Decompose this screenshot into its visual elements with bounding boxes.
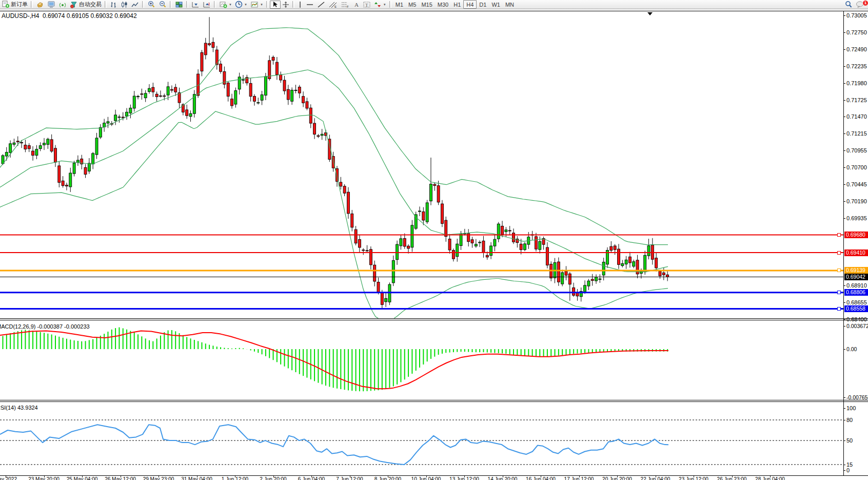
toolbar-separator [186, 1, 188, 8]
rsi-pane[interactable] [0, 402, 843, 475]
autotrading-icon [70, 1, 78, 8]
notification-badge: 1 [862, 0, 868, 6]
dropdown-caret-icon: ▼ [260, 3, 263, 6]
periods-button[interactable]: ▼ [233, 1, 249, 9]
zoom-out-icon [159, 1, 167, 8]
autotrading-button[interactable]: 自动交易 [68, 1, 103, 9]
time-axis-label: 16 Jun 04:00 [518, 476, 564, 480]
level-price-label[interactable]: 0.69410 [844, 249, 868, 256]
market-watch-button[interactable] [34, 1, 46, 9]
templates-button[interactable]: ▼ [249, 1, 265, 9]
new-order-icon [2, 1, 10, 8]
timeframe-h1-button[interactable]: H1 [451, 1, 463, 8]
main-toolbar: 新订单 自动交易 ▼ ▼ ▼ E F A T ▼ M1 M5 M15 M30 H… [0, 0, 868, 9]
fibonacci-icon: F [341, 1, 350, 8]
timeframe-h4-button[interactable]: H4 [463, 0, 477, 9]
time-axis-label: 13 Jun 12:00 [441, 476, 487, 480]
toolbar-separator [142, 1, 144, 8]
price-tick-label: 0.71980 [846, 81, 867, 86]
dropdown-caret-icon: ▼ [383, 3, 386, 6]
rsi-tick-label: 50 [846, 438, 853, 444]
chart-shift-button[interactable] [201, 1, 212, 9]
timeframe-m30-button[interactable]: M30 [435, 1, 451, 8]
price-tick-label: 0.68910 [846, 283, 867, 289]
time-axis-label: 31 May 04:00 [174, 476, 220, 480]
timeframe-w1-button[interactable]: W1 [489, 1, 503, 8]
timeframe-m5-button[interactable]: M5 [406, 1, 419, 8]
timeframe-d1-button[interactable]: D1 [477, 1, 489, 8]
text-label-icon: T [363, 1, 371, 8]
level-price-label[interactable]: 0.69139 [844, 267, 868, 274]
candlestick-chart-button[interactable] [119, 1, 130, 9]
price-tick-label: 0.70190 [846, 199, 867, 204]
vertical-line-button[interactable] [296, 1, 304, 9]
price-tick-label: 0.71215 [846, 131, 867, 137]
line-chart-button[interactable] [130, 1, 141, 9]
crosshair-button[interactable] [281, 1, 291, 9]
macd-rsi-separator[interactable] [0, 400, 868, 400]
price-level-lines[interactable] [0, 235, 843, 309]
macd-pane[interactable] [0, 320, 843, 400]
notifications-button[interactable]: 1 [854, 1, 866, 9]
new-order-button[interactable]: 新订单 [0, 1, 29, 9]
signals-button[interactable] [57, 1, 68, 9]
text-icon: A [353, 1, 360, 8]
price-tick-label: 0.71725 [846, 98, 867, 103]
time-axis-label: 1 Jun 12:00 [212, 476, 258, 480]
new-order-label: 新订单 [11, 1, 28, 8]
level-price-label[interactable]: 0.68806 [844, 289, 868, 296]
price-tick-label: 0.73005 [846, 13, 867, 18]
bar-chart-icon [110, 1, 117, 8]
time-axis-label: 14 Jun 20:00 [480, 476, 526, 480]
price-tick-label: 0.72235 [846, 64, 867, 69]
main-macd-separator[interactable] [0, 318, 868, 319]
bar-chart-button[interactable] [108, 1, 119, 9]
zoom-in-button[interactable] [146, 1, 157, 9]
auto-scroll-button[interactable] [190, 1, 201, 9]
level-price-label[interactable]: 0.68558 [844, 305, 868, 312]
fibonacci-button[interactable]: F [339, 1, 351, 9]
trendline-button[interactable] [315, 1, 327, 9]
time-axis-border [0, 475, 868, 476]
time-axis-label: 23 May 20:00 [21, 476, 67, 480]
svg-text:A: A [354, 2, 359, 8]
timeframe-m15-button[interactable]: M15 [419, 1, 435, 8]
level-price-label[interactable]: 0.69680 [844, 232, 868, 238]
price-tick-label: 0.70955 [846, 148, 867, 153]
bollinger-lower [0, 111, 668, 318]
price-tick-label: 0.72750 [846, 30, 867, 35]
dropdown-caret-icon: ▼ [244, 3, 247, 6]
trendline-icon [317, 1, 325, 8]
main-chart-pane[interactable] [0, 11, 843, 318]
tile-windows-button[interactable] [173, 1, 185, 9]
timeframe-mn-button[interactable]: MN [503, 1, 517, 8]
bid-price-label[interactable]: 0.69042 [844, 274, 868, 280]
toolbar-separator [105, 1, 107, 8]
tile-windows-icon [175, 1, 183, 8]
arrows-button[interactable]: ▼ [372, 1, 388, 9]
text-button[interactable]: A [351, 1, 361, 9]
timeframe-m1-button[interactable]: M1 [393, 1, 406, 8]
candles [2, 17, 669, 309]
rsi-tick-label: 15 [846, 462, 853, 468]
zoom-out-button[interactable] [157, 1, 168, 9]
text-label-button[interactable]: T [361, 1, 372, 9]
vertical-line-icon [298, 1, 303, 8]
svg-text:T: T [365, 3, 368, 8]
macd-tick-label: 0.003672 [846, 323, 868, 329]
search-button[interactable] [843, 1, 854, 9]
bollinger-bands [0, 28, 668, 318]
channel-button[interactable]: E [327, 1, 339, 9]
horizontal-line-button[interactable] [304, 1, 315, 9]
toolbar-separator [292, 1, 294, 8]
price-axis-border [843, 11, 844, 475]
time-axis-label: 6 Jun 04:00 [288, 476, 334, 480]
indicators-button[interactable]: ▼ [218, 1, 233, 9]
dropdown-caret-icon: ▼ [229, 3, 232, 6]
svg-text:E: E [334, 5, 337, 8]
search-icon [844, 1, 853, 8]
autotrading-label: 自动交易 [79, 1, 102, 8]
cursor-button[interactable] [270, 1, 281, 9]
data-window-button[interactable] [46, 1, 57, 9]
chart-shift-icon [203, 1, 211, 8]
